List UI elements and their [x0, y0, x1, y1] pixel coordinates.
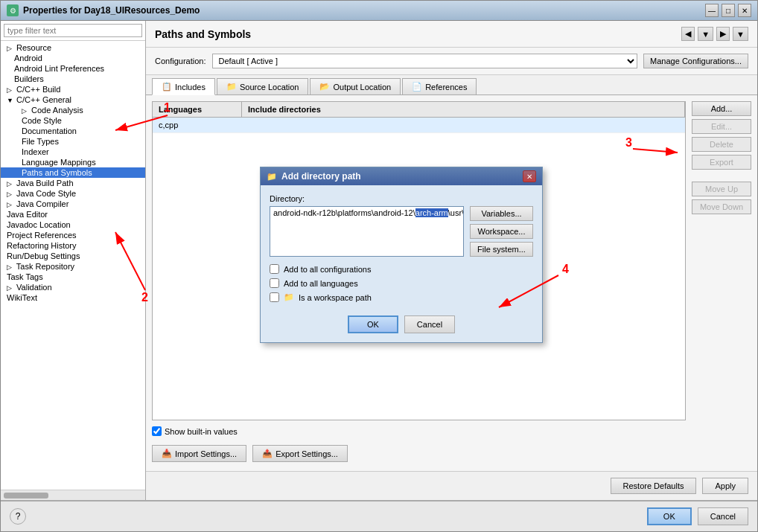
tab-output-label: Output Location	[333, 83, 391, 92]
all-languages-checkbox[interactable]	[270, 278, 279, 288]
sidebar-item-cpp-general[interactable]: ▼ C/C++ General	[1, 94, 145, 105]
title-bar: ⚙ Properties for Day18_UIResources_Demo …	[1, 1, 757, 21]
sidebar-item-wikitext[interactable]: WikiText	[1, 292, 145, 303]
tab-output-icon: 📂	[319, 82, 330, 92]
config-label: Configuration:	[155, 57, 206, 65]
cell-language: c,cpp	[159, 120, 248, 130]
add-button[interactable]: Add...	[692, 101, 751, 116]
config-select[interactable]: Default [ Active ]	[212, 54, 638, 68]
tab-includes-label: Includes	[175, 83, 206, 92]
config-bar: Configuration: Default [ Active ] Manage…	[146, 48, 757, 75]
nav-dropdown-button[interactable]: ▼	[698, 27, 713, 41]
sidebar-scrollbar[interactable]	[1, 490, 145, 500]
modal-close-button[interactable]: ✕	[523, 170, 536, 182]
expand-arrow-jc: ▷	[7, 201, 14, 208]
dir-value-prefix: android-ndk-r12b\platforms\android-12\	[273, 208, 415, 217]
maximize-button[interactable]: □	[722, 4, 735, 17]
sidebar-item-language-mappings[interactable]: Language Mappings	[1, 157, 145, 167]
modal-title-text: Add directory path	[281, 171, 361, 182]
sidebar-scroll-thumb	[4, 493, 48, 499]
workspace-path-checkbox[interactable]	[270, 292, 279, 302]
table-row[interactable]: c,cpp	[153, 118, 685, 133]
export-settings-button[interactable]: 📤 Export Settings...	[252, 445, 348, 462]
show-builtin-checkbox[interactable]	[152, 426, 162, 436]
sidebar-item-android-lint[interactable]: Android Lint Preferences	[1, 63, 145, 74]
sidebar-item-builders[interactable]: Builders	[1, 74, 145, 84]
tab-references[interactable]: 📄 References	[402, 78, 477, 94]
sidebar-item-javadoc-location[interactable]: Javadoc Location	[1, 219, 145, 230]
tab-output-location[interactable]: 📂 Output Location	[310, 78, 401, 94]
all-configs-checkbox[interactable]	[270, 264, 279, 274]
title-bar-controls: — □ ✕	[705, 4, 751, 17]
sidebar-item-paths-symbols[interactable]: Paths and Symbols	[1, 167, 145, 178]
modal-cancel-button[interactable]: Cancel	[404, 315, 455, 333]
expand-arrow-jbp: ▷	[7, 180, 14, 188]
help-button[interactable]: ?	[10, 508, 26, 525]
dir-input[interactable]: android-ndk-r12b\platforms\android-12\ar…	[270, 206, 464, 257]
sidebar-item-code-style[interactable]: Code Style	[1, 115, 145, 126]
show-builtin-label: Show built-in values	[165, 427, 238, 436]
sidebar-item-file-types[interactable]: File Types	[1, 136, 145, 147]
move-down-button[interactable]: Move Down	[692, 199, 751, 214]
close-button[interactable]: ✕	[738, 4, 751, 17]
sidebar-item-validation[interactable]: ▷ Validation	[1, 282, 145, 292]
tab-includes[interactable]: 📋 Includes	[152, 78, 215, 95]
nav-back-button[interactable]: ◀	[681, 27, 695, 41]
sidebar-item-android[interactable]: Android	[1, 53, 145, 63]
tab-references-label: References	[425, 83, 467, 92]
action-bar: Restore Defaults Apply	[146, 471, 757, 500]
main-cancel-button[interactable]: Cancel	[698, 507, 748, 525]
check-workspace-path: 📁 Is a workspace path	[270, 292, 533, 302]
export-button[interactable]: Export	[692, 155, 751, 170]
sidebar-item-project-references[interactable]: Project References	[1, 230, 145, 240]
panel-title: Paths and Symbols	[155, 28, 251, 40]
sidebar-item-documentation[interactable]: Documentation	[1, 126, 145, 136]
delete-button[interactable]: Delete	[692, 137, 751, 152]
sidebar-item-resource[interactable]: ▷ Resource	[1, 42, 145, 53]
modal-ok-button[interactable]: OK	[348, 315, 398, 333]
sidebar-item-indexer[interactable]: Indexer	[1, 147, 145, 157]
col-include-dirs: Include directories	[242, 102, 685, 117]
import-export-buttons: 📥 Import Settings... 📤 Export Settings..…	[152, 442, 751, 465]
sidebar-item-task-tags[interactable]: Task Tags	[1, 272, 145, 282]
workspace-button[interactable]: Workspace...	[470, 224, 533, 239]
tab-source-location[interactable]: 📁 Source Location	[217, 78, 309, 94]
sidebar-item-java-build-path[interactable]: ▷ Java Build Path	[1, 178, 145, 188]
export-icon: 📤	[262, 449, 273, 458]
tree: ▷ Resource Android Android Lint Preferen…	[1, 41, 145, 490]
sidebar-item-code-analysis[interactable]: ▷ Code Analysis	[1, 105, 145, 115]
import-settings-button[interactable]: 📥 Import Settings...	[152, 445, 246, 462]
side-buttons: Add... Edit... Delete Export Move Up Mov…	[692, 101, 751, 420]
nav-forward-dropdown-button[interactable]: ▼	[733, 27, 748, 41]
modal-footer: OK Cancel	[270, 310, 533, 333]
sidebar-item-java-code-style[interactable]: ▷ Java Code Style	[1, 188, 145, 199]
all-languages-label: Add to all languages	[284, 279, 358, 288]
nav-forward-button[interactable]: ▶	[716, 27, 730, 41]
sidebar-item-cpp-build[interactable]: ▷ C/C++ Build	[1, 84, 145, 94]
sidebar-item-task-repository[interactable]: ▷ Task Repository	[1, 261, 145, 272]
apply-button[interactable]: Apply	[702, 478, 748, 494]
restore-defaults-button[interactable]: Restore Defaults	[611, 478, 697, 494]
main-ok-button[interactable]: OK	[647, 507, 692, 525]
expand-arrow-cpp: ▷	[7, 86, 14, 94]
sidebar-item-java-editor[interactable]: Java Editor	[1, 209, 145, 219]
expand-arrow-tr: ▷	[7, 263, 14, 271]
dialog-bar: ? OK Cancel	[1, 500, 757, 531]
minimize-button[interactable]: —	[705, 4, 719, 17]
filter-input[interactable]	[4, 24, 142, 37]
edit-button[interactable]: Edit...	[692, 119, 751, 134]
variables-button[interactable]: Variables...	[470, 206, 533, 221]
manage-configurations-button[interactable]: Manage Configurations...	[643, 54, 748, 68]
show-builtin-row: Show built-in values	[152, 426, 238, 436]
add-directory-modal: 📁 Add directory path ✕ Directory: androi…	[260, 167, 543, 343]
filesystem-button[interactable]: File system...	[470, 242, 533, 257]
dir-value-highlight: arch-arm	[415, 208, 448, 217]
modal-title-bar: 📁 Add directory path ✕	[261, 167, 542, 185]
dir-value-suffix: \usr\include	[448, 208, 464, 217]
move-up-button[interactable]: Move Up	[692, 182, 751, 196]
sidebar-item-run-debug-settings[interactable]: Run/Debug Settings	[1, 251, 145, 261]
sidebar-item-refactoring-history[interactable]: Refactoring History	[1, 240, 145, 251]
sidebar-item-java-compiler[interactable]: ▷ Java Compiler	[1, 199, 145, 209]
title-bar-left: ⚙ Properties for Day18_UIResources_Demo	[7, 4, 200, 16]
export-label: Export Settings...	[276, 449, 338, 458]
